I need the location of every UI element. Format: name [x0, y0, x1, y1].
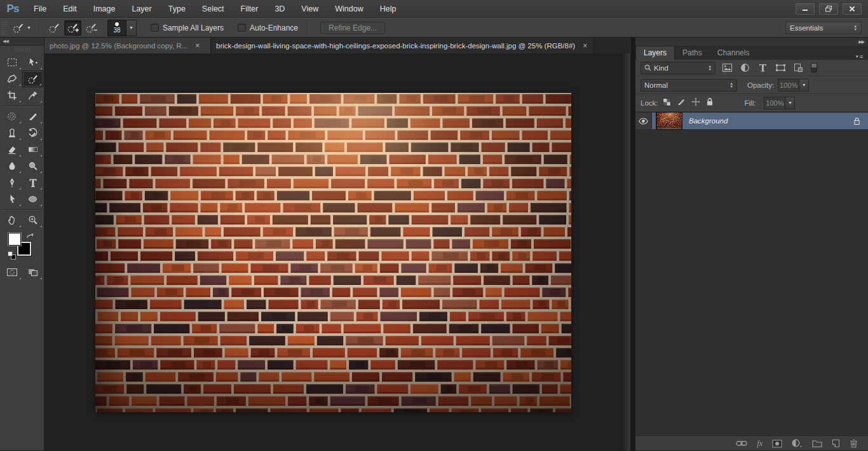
- panel-menu-button[interactable]: ▼≡: [855, 53, 868, 60]
- updown-arrows-icon: ▲▼: [730, 82, 733, 88]
- menu-select[interactable]: Select: [194, 0, 233, 18]
- subtract-from-selection-icon: [85, 22, 97, 34]
- brush-size-picker[interactable]: 38 ▼: [107, 20, 137, 36]
- move-tool[interactable]: [22, 54, 43, 71]
- filter-kind-dropdown[interactable]: Kind ▲▼: [641, 62, 715, 74]
- fill-dropdown[interactable]: ▼: [785, 97, 795, 109]
- layer-visibility-cell[interactable]: [635, 113, 652, 129]
- close-button[interactable]: [843, 3, 862, 15]
- filter-adjustment-layers-icon[interactable]: [738, 63, 751, 73]
- blur-tool[interactable]: [1, 158, 22, 174]
- layer-filter-toggle[interactable]: [811, 63, 817, 73]
- crop-tool[interactable]: [1, 87, 22, 104]
- menu-help[interactable]: Help: [372, 0, 405, 18]
- tab-layers[interactable]: Layers: [635, 46, 675, 60]
- foreground-color-swatch[interactable]: [8, 232, 22, 246]
- search-icon: [644, 64, 651, 71]
- menu-filter[interactable]: Filter: [233, 0, 267, 18]
- fill-value[interactable]: 100%: [764, 97, 785, 109]
- spot-healing-brush-tool[interactable]: [1, 108, 22, 125]
- menu-lines-icon: ≡: [860, 53, 863, 60]
- brush-size-dropdown[interactable]: ▼: [126, 20, 137, 36]
- lock-all-icon[interactable]: [706, 97, 714, 109]
- new-layer-button[interactable]: [832, 439, 840, 448]
- layer-row-background[interactable]: Background: [635, 113, 868, 130]
- add-layer-mask-button[interactable]: [772, 440, 782, 448]
- canvas-area[interactable]: [44, 53, 631, 450]
- new-selection-button[interactable]: [46, 20, 63, 36]
- default-colors-button[interactable]: [8, 251, 17, 260]
- menu-window[interactable]: Window: [327, 0, 371, 18]
- filter-shape-layers-icon[interactable]: [774, 63, 787, 73]
- new-group-button[interactable]: [812, 440, 822, 447]
- filter-pixel-layers-icon[interactable]: [721, 63, 733, 73]
- menu-layer[interactable]: Layer: [123, 0, 159, 18]
- zoom-tool[interactable]: [22, 212, 43, 228]
- document-tab-brick[interactable]: brick-design-wall-living-space-with-high…: [211, 38, 594, 53]
- menu-edit[interactable]: Edit: [55, 0, 85, 18]
- gradient-tool[interactable]: [22, 141, 43, 158]
- sample-all-layers-checkbox[interactable]: [151, 24, 159, 32]
- menu-file[interactable]: File: [25, 0, 55, 18]
- rectangular-marquee-tool[interactable]: [1, 54, 22, 71]
- adjustment-layer-button[interactable]: [792, 439, 803, 448]
- ellipse-shape-tool[interactable]: [22, 191, 43, 207]
- options-bar-grip: [1, 20, 8, 36]
- auto-enhance-checkbox[interactable]: [238, 24, 246, 32]
- link-layers-button[interactable]: [736, 440, 747, 447]
- workspace-switcher[interactable]: Essentials ▲▼: [785, 22, 862, 34]
- dodge-tool[interactable]: [22, 158, 43, 174]
- tool-preset-picker[interactable]: ▼: [10, 21, 35, 35]
- tool-grid: [0, 108, 44, 207]
- eraser-tool[interactable]: [1, 141, 22, 158]
- add-to-selection-button[interactable]: [64, 20, 81, 36]
- layers-panel-group: ▶▶ Layers Paths Channels ▼≡ Kind ▲▼: [631, 38, 868, 450]
- collapse-panels-button[interactable]: ▶▶: [635, 38, 868, 46]
- eyedropper-tool[interactable]: [22, 87, 43, 104]
- menu-image[interactable]: Image: [85, 0, 124, 18]
- document-image[interactable]: [95, 93, 571, 412]
- tab-close-icon[interactable]: ×: [194, 42, 201, 50]
- blend-mode-value: Normal: [644, 81, 668, 89]
- lock-position-icon[interactable]: [691, 97, 700, 109]
- tab-close-icon[interactable]: ×: [581, 42, 588, 50]
- swap-colors-button[interactable]: [26, 231, 35, 242]
- layer-thumbnail[interactable]: [656, 112, 682, 130]
- tool-grid: [0, 54, 44, 104]
- layer-style-button[interactable]: fx: [757, 439, 763, 448]
- menu-view[interactable]: View: [293, 0, 327, 18]
- pen-tool[interactable]: [1, 174, 22, 191]
- opacity-value[interactable]: 100%: [778, 79, 799, 92]
- path-selection-tool[interactable]: [1, 191, 22, 207]
- opacity-dropdown[interactable]: ▼: [799, 79, 809, 92]
- brush-tool[interactable]: [22, 108, 43, 125]
- tab-channels[interactable]: Channels: [710, 46, 757, 60]
- menu-3d[interactable]: 3D: [266, 0, 293, 18]
- lock-transparent-pixels-icon[interactable]: [663, 97, 671, 109]
- swap-arrows-icon: [26, 232, 35, 240]
- tab-paths[interactable]: Paths: [675, 46, 710, 60]
- quick-mask-mode-button[interactable]: [1, 264, 22, 281]
- collapse-tools-button[interactable]: ◀◀: [0, 38, 44, 46]
- blend-mode-dropdown[interactable]: Normal ▲▼: [641, 79, 737, 92]
- screen-mode-button[interactable]: [22, 264, 43, 281]
- menu-type[interactable]: Type: [160, 0, 194, 18]
- delete-layer-button[interactable]: [850, 439, 858, 448]
- lock-image-pixels-icon[interactable]: [677, 97, 686, 109]
- polygonal-lasso-tool[interactable]: [1, 71, 22, 87]
- trash-icon: [850, 439, 858, 448]
- document-tab-photo[interactable]: photo.jpg @ 12.5% (Background copy, R...…: [44, 38, 211, 53]
- quick-selection-icon: [12, 22, 25, 34]
- minimize-button[interactable]: [796, 3, 815, 15]
- refine-edge-button[interactable]: Refine Edge...: [320, 22, 385, 34]
- filter-type-layers-icon[interactable]: [756, 63, 769, 73]
- tools-panel-grip[interactable]: [14, 47, 30, 52]
- type-tool[interactable]: [22, 174, 43, 191]
- restore-button[interactable]: [819, 3, 838, 15]
- subtract-from-selection-button[interactable]: [83, 20, 100, 36]
- quick-selection-tool[interactable]: [22, 71, 43, 87]
- clone-stamp-tool[interactable]: [1, 125, 22, 141]
- filter-smart-objects-icon[interactable]: [792, 63, 804, 73]
- hand-tool[interactable]: [1, 212, 22, 228]
- history-brush-tool[interactable]: [22, 125, 43, 141]
